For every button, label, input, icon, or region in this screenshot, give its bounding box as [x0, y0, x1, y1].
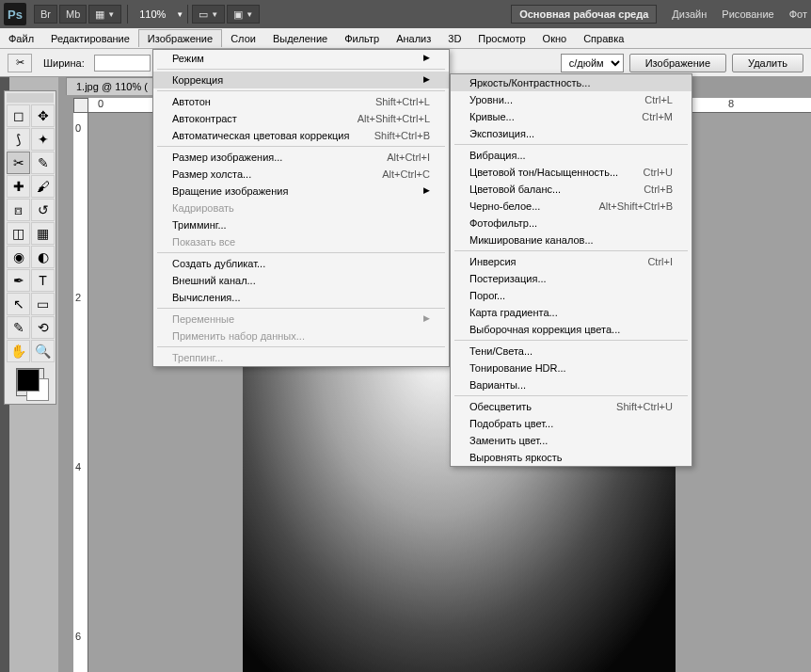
- menu-filter[interactable]: Фильтр: [336, 30, 388, 47]
- menu-autotone[interactable]: АвтотонShift+Ctrl+L: [153, 93, 449, 110]
- menu-exposure[interactable]: Экспозиция...: [451, 125, 692, 142]
- magic-wand-tool[interactable]: ✦: [31, 128, 55, 151]
- menu-color-balance[interactable]: Цветовой баланс...Ctrl+B: [451, 181, 692, 198]
- resolution-unit-select[interactable]: с/дюйм: [561, 54, 624, 72]
- brush-tool[interactable]: 🖌: [31, 175, 55, 198]
- color-swatch[interactable]: [16, 368, 44, 396]
- menu-apply-image[interactable]: Внешний канал...: [153, 272, 449, 289]
- document-tab[interactable]: 1.jpg @ 110% (: [66, 77, 158, 95]
- menu-image[interactable]: Изображение: [138, 29, 222, 47]
- tool-preset-picker[interactable]: ✂: [8, 54, 32, 72]
- zoom-level[interactable]: 110%: [139, 8, 166, 20]
- zoom-dropdown-icon[interactable]: ▼: [176, 10, 183, 19]
- menu-mode[interactable]: Режим▶: [153, 50, 449, 67]
- menu-black-white[interactable]: Черно-белое...Alt+Shift+Ctrl+B: [451, 198, 692, 215]
- vertical-ruler[interactable]: 0 2 4 6: [73, 113, 88, 672]
- 3d-rotate-tool[interactable]: ⟲: [31, 316, 55, 339]
- eyedropper-tool[interactable]: ✎: [31, 152, 55, 174]
- pen-tool[interactable]: ✒: [7, 269, 30, 292]
- menu-crop: Кадрировать: [153, 200, 449, 216]
- menu-hue-saturation[interactable]: Цветовой тон/Насыщенность...Ctrl+U: [451, 164, 692, 181]
- dodge-tool[interactable]: ◐: [31, 246, 55, 268]
- menu-3d[interactable]: 3D: [439, 30, 469, 47]
- zoom-tool[interactable]: 🔍: [31, 340, 55, 362]
- menu-gradient-map[interactable]: Карта градиента...: [451, 304, 692, 321]
- menu-duplicate[interactable]: Создать дубликат...: [153, 255, 449, 272]
- menu-window[interactable]: Окно: [534, 30, 576, 47]
- menu-photo-filter[interactable]: Фотофильтр...: [451, 215, 692, 232]
- menu-analysis[interactable]: Анализ: [388, 30, 439, 47]
- menu-autocolor[interactable]: Автоматическая цветовая коррекцияShift+C…: [153, 127, 449, 144]
- menu-selective-color[interactable]: Выборочная коррекция цвета...: [451, 321, 692, 338]
- menu-autocontrast[interactable]: АвтоконтрастAlt+Shift+Ctrl+L: [153, 110, 449, 127]
- correction-submenu: Яркость/Контрастность... Уровни...Ctrl+L…: [450, 73, 692, 467]
- workspace-button-active[interactable]: Основная рабочая среда: [511, 5, 657, 24]
- menu-trapping: Треппинг...: [153, 349, 449, 366]
- type-tool[interactable]: T: [31, 269, 55, 292]
- view-extras-button[interactable]: ▦▼: [88, 5, 121, 24]
- width-label: Ширина:: [43, 57, 85, 69]
- menu-rotation[interactable]: Вращение изображения▶: [153, 183, 449, 200]
- rect-marquee-tool[interactable]: ◻: [7, 104, 30, 127]
- image-menu-dropdown: Режим▶ Коррекция▶ АвтотонShift+Ctrl+L Ав…: [152, 49, 450, 367]
- menu-file[interactable]: Файл: [0, 30, 42, 47]
- move-tool[interactable]: ✥: [31, 104, 55, 127]
- menu-shadow-highlight[interactable]: Тени/Света...: [451, 343, 692, 360]
- gradient-tool[interactable]: ▦: [31, 222, 55, 245]
- menu-variables: Переменные▶: [153, 311, 449, 328]
- healing-brush-tool[interactable]: ✚: [7, 175, 30, 198]
- notes-tool[interactable]: ✎: [7, 316, 30, 339]
- application-bar: Ps Br Mb ▦▼ 110% ▼ ▭▼ ▣▼ Основная рабоча…: [0, 0, 811, 28]
- menu-vibrance[interactable]: Вибрация...: [451, 147, 692, 164]
- menu-equalize[interactable]: Выровнять яркость: [451, 449, 692, 466]
- rectangle-tool[interactable]: ▭: [31, 293, 55, 315]
- arrange-docs-button[interactable]: ▭▼: [192, 5, 225, 24]
- clear-button[interactable]: Удалить: [732, 54, 803, 72]
- menu-trim[interactable]: Тримминг...: [153, 216, 449, 233]
- menu-bar: Файл Редактирование Изображение Слои Выд…: [0, 28, 811, 49]
- crop-tool[interactable]: ✂: [7, 152, 30, 174]
- lasso-tool[interactable]: ⟆: [7, 128, 30, 151]
- menu-desaturate[interactable]: ОбесцветитьShift+Ctrl+U: [451, 398, 692, 415]
- menu-levels[interactable]: Уровни...Ctrl+L: [451, 91, 692, 108]
- hand-tool[interactable]: ✋: [7, 340, 30, 362]
- blur-tool[interactable]: ◉: [7, 246, 30, 268]
- menu-variations[interactable]: Варианты...: [451, 376, 692, 393]
- path-select-tool[interactable]: ↖: [7, 293, 30, 315]
- menu-correction[interactable]: Коррекция▶: [153, 72, 449, 88]
- menu-threshold[interactable]: Порог...: [451, 287, 692, 304]
- width-input[interactable]: [94, 55, 151, 72]
- menu-help[interactable]: Справка: [575, 30, 632, 47]
- menu-invert[interactable]: ИнверсияCtrl+I: [451, 253, 692, 270]
- menu-edit[interactable]: Редактирование: [42, 30, 138, 47]
- foreground-color[interactable]: [17, 369, 40, 392]
- menu-match-color[interactable]: Подобрать цвет...: [451, 415, 692, 432]
- workspace-link-photo[interactable]: Фот: [789, 8, 807, 20]
- eraser-tool[interactable]: ◫: [7, 222, 30, 245]
- bridge-button[interactable]: Br: [34, 5, 57, 24]
- menu-hdr-toning[interactable]: Тонирование HDR...: [451, 360, 692, 376]
- menu-select[interactable]: Выделение: [264, 30, 336, 47]
- menu-image-size[interactable]: Размер изображения...Alt+Ctrl+I: [153, 149, 449, 166]
- clone-stamp-tool[interactable]: ⧈: [7, 199, 30, 221]
- workspace-link-drawing[interactable]: Рисование: [722, 8, 773, 20]
- menu-replace-color[interactable]: Заменить цвет...: [451, 432, 692, 449]
- toolbox-handle[interactable]: [7, 93, 54, 103]
- workspace-link-design[interactable]: Дизайн: [672, 8, 707, 20]
- menu-layers[interactable]: Слои: [222, 30, 264, 47]
- minibridge-button[interactable]: Mb: [59, 5, 87, 24]
- toolbox: ◻ ✥ ⟆ ✦ ✂ ✎ ✚ 🖌 ⧈ ↺ ◫ ▦ ◉ ◐ ✒ T ↖ ▭ ✎ ⟲ …: [4, 90, 56, 405]
- menu-posterize[interactable]: Постеризация...: [451, 270, 692, 287]
- history-brush-tool[interactable]: ↺: [31, 199, 55, 221]
- menu-curves[interactable]: Кривые...Ctrl+M: [451, 108, 692, 125]
- ps-logo: Ps: [4, 3, 26, 25]
- menu-reveal-all: Показать все: [153, 233, 449, 250]
- menu-canvas-size[interactable]: Размер холста...Alt+Ctrl+C: [153, 166, 449, 183]
- menu-calculations[interactable]: Вычисления...: [153, 289, 449, 306]
- menu-channel-mixer[interactable]: Микширование каналов...: [451, 232, 692, 248]
- ruler-origin[interactable]: [73, 98, 88, 113]
- screen-mode-button[interactable]: ▣▼: [227, 5, 260, 24]
- menu-brightness-contrast[interactable]: Яркость/Контрастность...: [451, 74, 692, 91]
- front-image-button[interactable]: Изображение: [629, 54, 726, 72]
- menu-view[interactable]: Просмотр: [469, 30, 533, 47]
